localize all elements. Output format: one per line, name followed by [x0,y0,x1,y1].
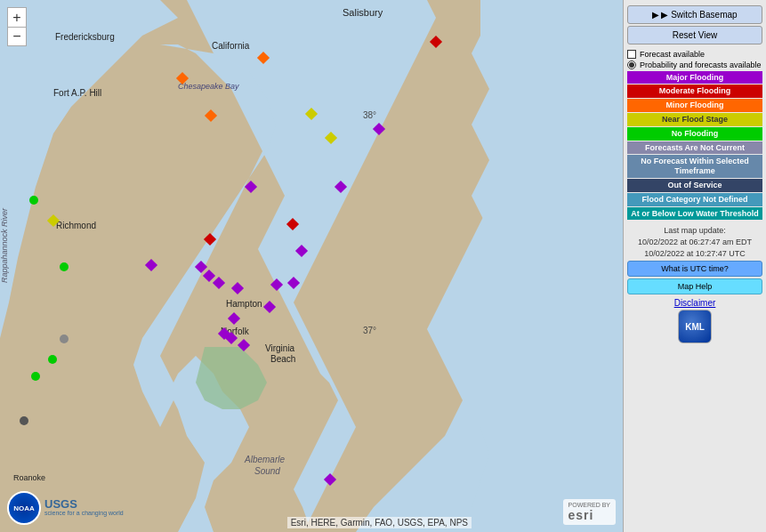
map-help-button[interactable]: Map Help [627,278,762,294]
forecast-checkbox[interactable] [627,50,636,59]
svg-text:Rappahannock River: Rappahannock River [0,207,9,283]
forecasts-not-current-bar: Forecasts Are Not Current [627,141,762,155]
last-update-section: Last map update: 10/02/2022 at 06:27:47 … [627,225,762,259]
kml-icon-area: KML [627,310,762,343]
zoom-out-button[interactable]: − [7,27,27,46]
probability-label: Probability and forecasts available [640,60,762,70]
zoom-controls: + − [7,7,27,46]
svg-text:Sound: Sound [254,466,280,476]
forecast-available-label: Forecast available [640,50,705,60]
probability-row: Probability and forecasts available [627,60,762,70]
esri-logo: esri [568,508,610,522]
map-marker-29[interactable] [31,372,40,381]
flood-category-not-defined-bar: Flood Category Not Defined [627,193,762,206]
no-forecast-timeframe-bar: No Forecast Within Selected Timeframe [627,155,762,178]
map-marker-30[interactable] [20,416,28,425]
svg-text:Albemarle: Albemarle [244,455,285,464]
map-area[interactable]: Fredericksburg California Fort A.P. Hill… [0,0,623,532]
powered-by-label: POWERED BY [568,502,610,508]
reset-view-button[interactable]: Reset View [627,26,762,44]
noaa-logo-area: NOAA USGS science for a changing world [7,491,124,525]
noaa-logo: NOAA [7,491,41,525]
svg-text:California: California [212,41,250,51]
map-marker-16[interactable] [60,262,69,271]
last-update-label: Last map update: [664,226,726,235]
svg-text:38°: 38° [363,110,376,120]
forecast-available-row: Forecast available [627,50,762,60]
controls-panel: ▶ ▶ Switch Basemap Reset View Forecast a… [623,0,766,532]
map-attribution: Esri, HERE, Garmin, FAO, USGS, EPA, NPS [287,517,472,528]
map-marker-9[interactable] [29,196,38,205]
svg-text:Fredericksburg: Fredericksburg [55,32,115,42]
near-flood-stage-bar: Near Flood Stage [627,113,762,126]
switch-basemap-label: ▶ Switch Basemap [661,10,737,20]
svg-text:Hampton: Hampton [226,299,262,309]
usgs-tagline: science for a changing world [44,510,124,517]
svg-text:37°: 37° [363,326,376,335]
kml-icon[interactable]: KML [678,310,712,343]
svg-text:Richmond: Richmond [56,221,96,230]
major-flooding-bar: Major Flooding [627,71,762,85]
svg-text:Fort A.P. Hill: Fort A.P. Hill [53,88,101,98]
svg-text:Roanoke: Roanoke [13,473,45,482]
no-flooding-bar: No Flooding [627,127,762,141]
basemap-arrow-icon: ▶ [652,10,659,20]
usgs-logo-area: USGS science for a changing world [44,498,124,517]
svg-text:Chesapeake Bay: Chesapeake Bay [178,82,239,91]
map-container: Fredericksburg California Fort A.P. Hill… [0,0,766,532]
legend-section: Forecast available Probability and forec… [627,50,762,220]
svg-text:Beach: Beach [270,354,295,364]
disclaimer-link[interactable]: Disclaimer [627,298,762,308]
last-update-utc: 10/02/2022 at 10:27:47 UTC [644,249,746,258]
map-marker-27[interactable] [48,355,57,364]
svg-text:Virginia: Virginia [265,343,295,353]
out-of-service-bar: Out of Service [627,179,762,192]
esri-powered-by: POWERED BY esri [563,499,616,525]
usgs-logo: USGS [44,498,124,510]
svg-text:Salisbury: Salisbury [343,7,383,18]
last-update-date: 10/02/2022 at 06:27:47 am EDT [638,238,752,246]
minor-flooding-bar: Minor Flooding [627,99,762,112]
probability-radio[interactable] [627,60,636,69]
zoom-in-button[interactable]: + [7,7,27,27]
moderate-flooding-bar: Moderate Flooding [627,85,762,98]
utc-time-button[interactable]: What is UTC time? [627,261,762,277]
switch-basemap-button[interactable]: ▶ ▶ Switch Basemap [627,5,762,24]
at-or-below-low-water-bar: At or Below Low Water Threshold [627,207,762,221]
map-marker-28[interactable] [60,335,69,343]
